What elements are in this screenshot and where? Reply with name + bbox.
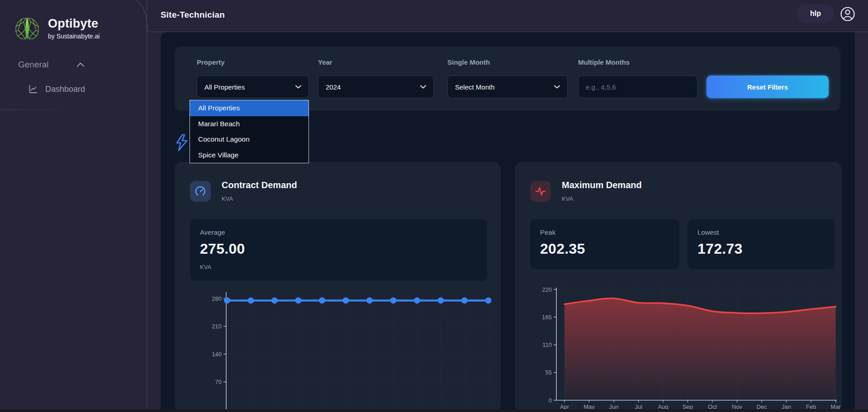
stat-label: Lowest (697, 228, 825, 236)
contract-demand-card: Contract Demand KVA Average 275.00 KVA 2… (175, 162, 501, 412)
chevron-down-icon (420, 85, 426, 89)
maximum-demand-chart: 220165110550AprMayJunJulAugSepOctNovDecJ… (515, 285, 842, 412)
sidebar-divider (0, 109, 76, 110)
property-label: Property (197, 58, 225, 66)
reset-filters-button[interactable]: Reset Filters (707, 76, 829, 98)
svg-text:280: 280 (212, 295, 222, 302)
average-stat-box: Average 275.00 KVA (190, 219, 487, 281)
svg-text:220: 220 (542, 286, 552, 293)
property-select[interactable]: All Properties (197, 76, 309, 98)
single-month-label: Single Month (447, 58, 490, 66)
sidebar-section-label: General (18, 60, 49, 70)
stat-value: 172.73 (697, 241, 825, 257)
brand-name: Optibyte (48, 18, 100, 30)
svg-text:0: 0 (549, 397, 552, 404)
property-option[interactable]: Coconut Lagoon (190, 132, 308, 147)
header-curve-decoration (135, 0, 148, 32)
property-option[interactable]: Spice Village (190, 147, 308, 163)
single-month-select[interactable]: Select Month (447, 76, 568, 98)
stat-label: Average (200, 228, 477, 236)
svg-text:55: 55 (545, 369, 552, 376)
property-option[interactable]: Marari Beach (190, 116, 308, 132)
brand-subtitle: by Sustainabyte.ai (48, 33, 100, 40)
multiple-months-label: Multiple Months (578, 58, 630, 66)
brain-logo-icon (13, 15, 42, 42)
stat-value: 202.35 (540, 241, 669, 257)
sidebar-item-label: Dashboard (45, 85, 85, 94)
card-title: Contract Demand (222, 180, 297, 190)
card-unit: KVA (562, 195, 573, 202)
svg-text:140: 140 (212, 351, 222, 358)
sidebar: Optibyte by Sustainabyte.ai General Dash… (0, 0, 147, 412)
chevron-up-icon (77, 62, 84, 67)
contract-demand-chart: 28021014070 (175, 289, 501, 412)
stat-label: Peak (540, 228, 669, 236)
chevron-down-icon (295, 85, 301, 89)
property-dropdown-list: All PropertiesMarari BeachCoconut Lagoon… (190, 100, 309, 163)
main-content: Property Year Single Month Multiple Mont… (161, 32, 855, 412)
single-month-select-value: Select Month (455, 83, 495, 91)
svg-text:110: 110 (542, 341, 552, 348)
pulse-icon-tile (530, 181, 551, 202)
svg-text:165: 165 (542, 314, 552, 321)
card-unit: KVA (222, 195, 233, 202)
card-title: Maximum Demand (562, 180, 642, 190)
year-label: Year (318, 58, 332, 66)
gauge-icon-tile (190, 181, 211, 202)
user-circle-icon (840, 6, 855, 22)
gauge-icon (194, 185, 206, 197)
sidebar-item-dashboard[interactable]: Dashboard (28, 84, 85, 94)
lowest-stat-box: Lowest 172.73 (688, 219, 835, 269)
help-button[interactable]: hlp (797, 4, 835, 23)
year-select-value: 2024 (326, 83, 341, 91)
pulse-icon (535, 185, 546, 197)
chevron-down-icon (554, 85, 560, 89)
app-root: Optibyte by Sustainabyte.ai General Dash… (0, 0, 868, 412)
line-chart-icon (28, 84, 38, 94)
brand-text: Optibyte by Sustainabyte.ai (48, 18, 100, 40)
year-select[interactable]: 2024 (318, 76, 434, 98)
multiple-months-input[interactable] (578, 76, 697, 98)
svg-text:210: 210 (212, 323, 222, 330)
top-header: Site-Technician hlp (147, 0, 868, 32)
page-title: Site-Technician (161, 10, 225, 20)
stat-unit: KVA (200, 264, 477, 270)
lightning-icon (175, 134, 189, 152)
user-menu-button[interactable] (840, 6, 855, 22)
maximum-demand-card: Maximum Demand KVA Peak 202.35 Lowest 17… (515, 162, 842, 412)
svg-text:70: 70 (215, 379, 222, 385)
brand-block: Optibyte by Sustainabyte.ai (13, 15, 100, 42)
peak-stat-box: Peak 202.35 (530, 219, 679, 269)
stat-value: 275.00 (200, 241, 477, 257)
horizontal-scrollbar[interactable] (0, 409, 868, 412)
sidebar-section-general[interactable]: General (18, 60, 84, 70)
property-option[interactable]: All Properties (190, 100, 308, 116)
property-select-value: All Properties (204, 83, 245, 91)
help-button-label: hlp (810, 9, 821, 18)
